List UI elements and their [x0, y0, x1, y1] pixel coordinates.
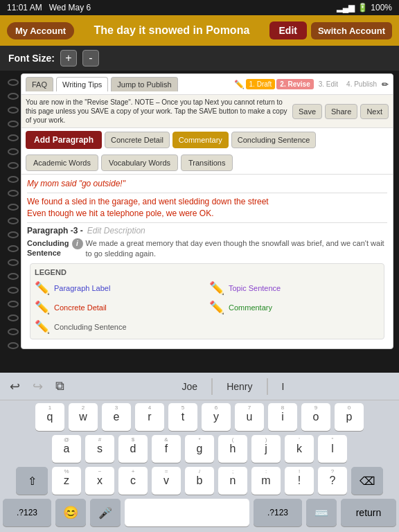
content-area: My mom said "go outside!" We found a sle…	[21, 175, 393, 346]
vocabulary-words-button[interactable]: Vocabulary Words	[101, 154, 178, 171]
key-m[interactable]: :m	[251, 467, 281, 495]
key-o[interactable]: 9o	[301, 403, 330, 431]
time: 11:01 AM	[7, 3, 42, 12]
progress-step-draft: 1. Draft	[246, 79, 276, 89]
key-a[interactable]: @a	[52, 435, 81, 463]
spiral-ring	[8, 204, 19, 211]
keyboard-icon-button[interactable]: ⌨️	[306, 499, 337, 526]
my-account-button[interactable]: My Account	[7, 22, 74, 39]
spiral	[6, 73, 21, 349]
concrete-detail-button[interactable]: Concrete Detail	[105, 132, 170, 148]
keyboard-keys: 1q 2w 3e 4r 5t 6y 7u 8i 9o 0p @a #s $d &…	[0, 400, 399, 532]
info-icon[interactable]: i	[72, 238, 83, 249]
green-pencil-icon: ✏️	[209, 300, 224, 315]
academic-words-button[interactable]: Academic Words	[26, 154, 98, 171]
spiral-ring	[8, 162, 19, 169]
transitions-button[interactable]: Transitions	[181, 154, 233, 171]
key-exclaim[interactable]: !!	[285, 467, 314, 495]
key-j[interactable]: )j	[251, 435, 281, 463]
progress-step-revise: 2. Revise	[276, 79, 313, 89]
switch-account-button[interactable]: Switch Account	[311, 22, 392, 39]
next-button[interactable]: Next	[360, 104, 389, 119]
tabs-group: FAQ Writing Tips Jump to Publish	[26, 77, 178, 91]
status-time-date: 11:01 AM Wed May 6	[7, 3, 91, 12]
spiral-ring	[8, 121, 19, 127]
section-buttons-row: Add Paragraph Concrete Detail Commentary…	[21, 128, 393, 152]
return-key[interactable]: return	[341, 499, 396, 526]
tab-writing-tips[interactable]: Writing Tips	[56, 77, 108, 91]
para2-line2: Even though we hit a telephone pole, we …	[27, 209, 214, 218]
save-button[interactable]: Save	[292, 104, 322, 119]
keyboard-row-3: ⇧ %z −x +c =v /b ;n :m !! ?? ⌫	[3, 467, 396, 495]
symbols-button-right[interactable]: .?123	[254, 499, 302, 526]
key-question[interactable]: ??	[318, 467, 347, 495]
key-b[interactable]: /b	[185, 467, 214, 495]
emoji-button[interactable]: 😊	[55, 499, 86, 526]
spiral-ring	[8, 342, 19, 349]
suggestion-joe[interactable]: Joe	[168, 378, 213, 395]
page-title: The day it snowed in Pomona	[94, 24, 249, 37]
spiral-ring	[8, 273, 19, 280]
suggestion-i[interactable]: I	[267, 378, 299, 395]
legend-topic-label: Topic Sentence	[229, 284, 281, 292]
spiral-ring	[8, 287, 19, 294]
key-v[interactable]: =v	[152, 467, 181, 495]
commentary-button[interactable]: Commentary	[172, 132, 229, 148]
key-y[interactable]: 6y	[202, 403, 231, 431]
legend-paragraph-label: Paragraph Label	[54, 284, 110, 292]
key-s[interactable]: #s	[85, 435, 114, 463]
concluding-sentence-button[interactable]: Concluding Sentence	[231, 132, 317, 148]
key-i[interactable]: 8i	[268, 403, 297, 431]
key-r[interactable]: 4r	[135, 403, 164, 431]
mic-button[interactable]: 🎤	[90, 499, 121, 526]
shift-key[interactable]: ⇧	[16, 467, 48, 495]
key-t[interactable]: 5t	[168, 403, 197, 431]
spiral-ring	[8, 190, 19, 197]
legend-item-commentary: ✏️ Commentary	[209, 300, 380, 315]
symbols-button-left[interactable]: .?123	[3, 499, 51, 526]
undo-button[interactable]: ↩	[7, 378, 23, 396]
edit-button[interactable]: Edit	[269, 21, 307, 39]
key-k[interactable]: 'k	[285, 435, 314, 463]
key-c[interactable]: +c	[118, 467, 148, 495]
pencil-icon: ✏️	[234, 80, 245, 89]
font-increase-button[interactable]: +	[60, 50, 77, 66]
key-g[interactable]: *g	[185, 435, 214, 463]
paragraph2-text: We found a sled in the garage, and went …	[27, 196, 387, 220]
key-n[interactable]: ;n	[218, 467, 247, 495]
keyboard-toolbar: ↩ ↪ ⧉ Joe Henry I	[0, 373, 399, 400]
keyboard-row-4: .?123 😊 🎤 .?123 ⌨️ return	[3, 499, 396, 526]
font-decrease-button[interactable]: -	[82, 50, 99, 66]
paragraph-label: Paragraph -3 -	[27, 226, 83, 236]
legend-item-topic: ✏️ Topic Sentence	[209, 281, 380, 296]
key-x[interactable]: −x	[85, 467, 114, 495]
suggestion-henry[interactable]: Henry	[212, 378, 267, 395]
gray-pencil-icon: ✏️	[35, 319, 50, 335]
key-e[interactable]: 3e	[102, 403, 131, 431]
key-l[interactable]: "l	[318, 435, 347, 463]
pencil-end-icon: ✏	[382, 80, 389, 89]
key-u[interactable]: 7u	[235, 403, 264, 431]
key-w[interactable]: 2w	[69, 403, 98, 431]
battery-icon: 🔋	[357, 3, 368, 12]
legend-concrete-label: Concrete Detail	[54, 303, 107, 312]
keyboard-row-1: 1q 2w 3e 4r 5t 6y 7u 8i 9o 0p	[3, 403, 396, 431]
share-button[interactable]: Share	[325, 104, 357, 119]
key-q[interactable]: 1q	[35, 403, 64, 431]
tab-faq[interactable]: FAQ	[26, 77, 53, 91]
key-f[interactable]: &f	[152, 435, 181, 463]
tab-jump-to-publish[interactable]: Jump to Publish	[111, 77, 177, 91]
key-z[interactable]: %z	[52, 467, 81, 495]
notebook-page: FAQ Writing Tips Jump to Publish ✏️ 1. D…	[21, 73, 393, 349]
keyboard-area: ↩ ↪ ⧉ Joe Henry I 1q 2w 3e 4r 5t 6y 7u 8…	[0, 373, 399, 532]
redo-button[interactable]: ↪	[30, 378, 46, 396]
key-h[interactable]: (h	[218, 435, 247, 463]
space-key[interactable]	[125, 499, 249, 526]
copy-button[interactable]: ⧉	[53, 378, 67, 395]
key-p[interactable]: 0p	[335, 403, 364, 431]
spiral-ring	[8, 107, 19, 114]
spiral-ring	[8, 314, 19, 321]
backspace-key[interactable]: ⌫	[351, 467, 383, 495]
add-paragraph-button[interactable]: Add Paragraph	[26, 131, 102, 149]
key-d[interactable]: $d	[118, 435, 148, 463]
